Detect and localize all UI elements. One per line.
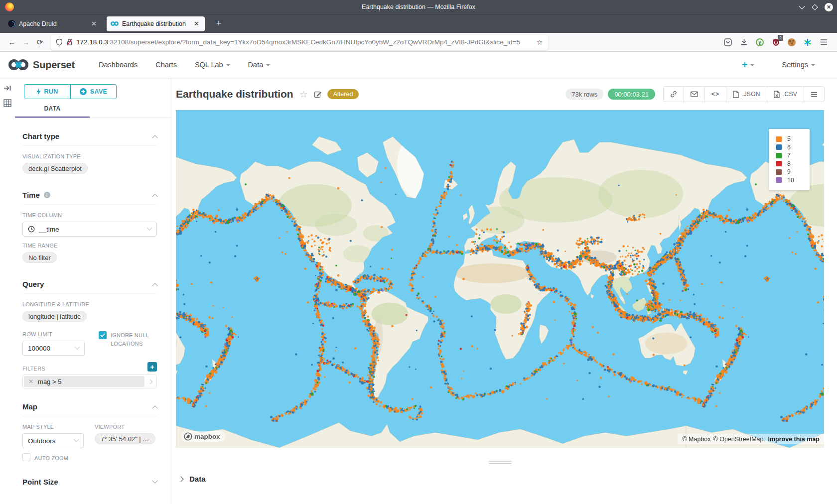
legend-swatch-icon (776, 169, 782, 175)
chart-actions: <> .JSON .CSV (663, 86, 825, 102)
nav-dashboards[interactable]: Dashboards (90, 61, 146, 69)
legend-swatch-icon (776, 136, 782, 142)
bookmark-star-icon[interactable]: ☆ (537, 38, 543, 47)
legend-label: 10 (787, 177, 794, 184)
window-titlebar: Earthquake distribution — Mozilla Firefo… (0, 0, 837, 14)
ignore-null-checkbox[interactable] (99, 331, 107, 339)
remove-filter-icon[interactable]: ✕ (28, 378, 33, 385)
url-bar[interactable]: 172.18.0.3:32108/superset/explore/?form_… (51, 35, 548, 50)
resize-drag-handle[interactable] (489, 461, 512, 464)
altered-badge[interactable]: Altered (327, 89, 359, 99)
legend-swatch-icon (776, 161, 782, 166)
share-link-button[interactable] (664, 87, 684, 102)
nav-sql-lab[interactable]: SQL Lab (186, 61, 239, 69)
lonlat-value[interactable]: longitude | latitude (22, 311, 87, 322)
forward-icon[interactable]: → (19, 35, 33, 49)
chevron-up-icon[interactable] (152, 135, 157, 140)
back-icon[interactable]: ← (5, 35, 19, 49)
chevron-up-icon[interactable] (152, 283, 157, 288)
filter-pill[interactable]: ✕ mag > 5 (24, 376, 144, 387)
chevron-down-icon (266, 64, 270, 66)
export-csv-button[interactable]: .CSV (767, 87, 804, 102)
add-new-button[interactable]: + (742, 59, 754, 71)
nav-charts[interactable]: Charts (146, 61, 186, 69)
chevron-up-icon[interactable] (152, 194, 157, 199)
download-icon[interactable] (737, 36, 750, 49)
edit-properties-icon[interactable] (314, 90, 322, 98)
chart-header: Earthquake distribution ☆ Altered 73k ro… (176, 78, 825, 110)
section-query[interactable]: Query (22, 280, 157, 288)
section-point-size[interactable]: Point Size (22, 478, 157, 486)
section-map[interactable]: Map (22, 402, 157, 411)
legend-item[interactable]: 7 (776, 151, 810, 160)
tab-data[interactable]: DATA (15, 105, 90, 118)
extension-asterisk-icon[interactable] (801, 36, 814, 49)
row-limit-select[interactable]: 100000 (22, 341, 85, 356)
greasemonkey-icon[interactable]: ɣ (753, 36, 766, 49)
lonlat-label: LONGITUDE & LATITUDE (22, 301, 157, 307)
time-column-select[interactable]: __time (22, 222, 157, 237)
section-time[interactable]: Timei (22, 191, 157, 199)
export-json-button[interactable]: .JSON (726, 87, 767, 102)
new-tab-button[interactable]: + (212, 17, 226, 31)
expand-datasource-icon[interactable] (3, 84, 11, 92)
nav-data[interactable]: Data (239, 61, 279, 69)
ublock-badge: 2 (778, 35, 783, 41)
deckgl-scatter-map[interactable]: 5678910 mapbox © Mapbox © OpenStreetMap … (176, 110, 824, 448)
superset-favicon (111, 21, 119, 26)
save-button[interactable]: SAVE (70, 84, 117, 99)
email-button[interactable] (684, 87, 704, 102)
run-button[interactable]: RUN (24, 84, 70, 99)
legend-label: 5 (787, 135, 791, 142)
clock-icon (28, 226, 35, 233)
chart-title: Earthquake distribution (176, 88, 293, 100)
section-chart-type[interactable]: Chart type (22, 132, 157, 140)
visualization-type-value[interactable]: deck.gl Scatterplot (22, 163, 88, 174)
window-minimize-button[interactable] (797, 3, 805, 11)
map-style-select[interactable]: Outdoors (22, 433, 84, 448)
pocket-icon[interactable] (721, 36, 734, 49)
legend-item[interactable]: 6 (776, 143, 810, 152)
shield-icon[interactable] (56, 38, 63, 46)
tab-title: Apache Druid (19, 20, 86, 27)
tab-close-icon[interactable]: ✕ (90, 20, 98, 27)
info-icon: i (44, 192, 50, 198)
tab-apache-druid[interactable]: Apache Druid ✕ (4, 16, 102, 31)
embed-code-button[interactable]: <> (704, 87, 726, 102)
grid-icon[interactable] (3, 99, 11, 107)
query-timer-badge: 00:00:03.21 (608, 89, 655, 100)
chevron-up-icon[interactable] (152, 405, 157, 411)
time-range-value[interactable]: No filter (22, 252, 57, 263)
chevron-down-icon[interactable] (152, 478, 157, 483)
map-canvas[interactable] (176, 110, 824, 448)
window-close-button[interactable]: ✕ (825, 3, 833, 11)
legend-item[interactable]: 9 (776, 168, 810, 176)
viewport-value[interactable]: 7° 35' 54.02" | 31... (95, 433, 155, 444)
improve-map-link[interactable]: Improve this map (768, 436, 820, 443)
hamburger-menu-icon[interactable] (817, 36, 830, 49)
insecure-lock-icon[interactable] (66, 38, 73, 46)
tab-title: Earthquake distribution (122, 20, 189, 27)
reload-icon[interactable]: ⟳ (33, 35, 47, 49)
legend-item[interactable]: 5 (776, 135, 810, 143)
mapbox-logo[interactable]: mapbox (181, 431, 225, 442)
legend-swatch-icon (776, 177, 782, 183)
favorite-star-icon[interactable]: ☆ (299, 89, 308, 100)
superset-logo[interactable]: Superset (8, 58, 75, 71)
edit-filter-icon[interactable] (144, 380, 155, 383)
cookie-icon[interactable] (785, 36, 798, 49)
tab-close-icon[interactable]: ✕ (192, 20, 201, 27)
legend-item[interactable]: 8 (776, 160, 810, 168)
more-options-button[interactable] (804, 87, 824, 102)
auto-zoom-checkbox[interactable] (22, 453, 30, 461)
nav-settings[interactable]: Settings (773, 61, 824, 69)
data-section-toggle[interactable]: Data (176, 475, 825, 483)
mapbox-attribution-link[interactable]: © Mapbox (682, 436, 710, 443)
filter-control[interactable]: ✕ mag > 5 (22, 375, 157, 388)
add-filter-button[interactable]: + (147, 362, 157, 372)
window-maximize-button[interactable] (811, 3, 819, 11)
tab-earthquake-distribution[interactable]: Earthquake distribution ✕ (107, 16, 205, 31)
ublock-icon[interactable]: 2 (769, 36, 782, 49)
osm-attribution-link[interactable]: © OpenStreetMap (713, 436, 764, 443)
legend-item[interactable]: 10 (776, 176, 810, 185)
